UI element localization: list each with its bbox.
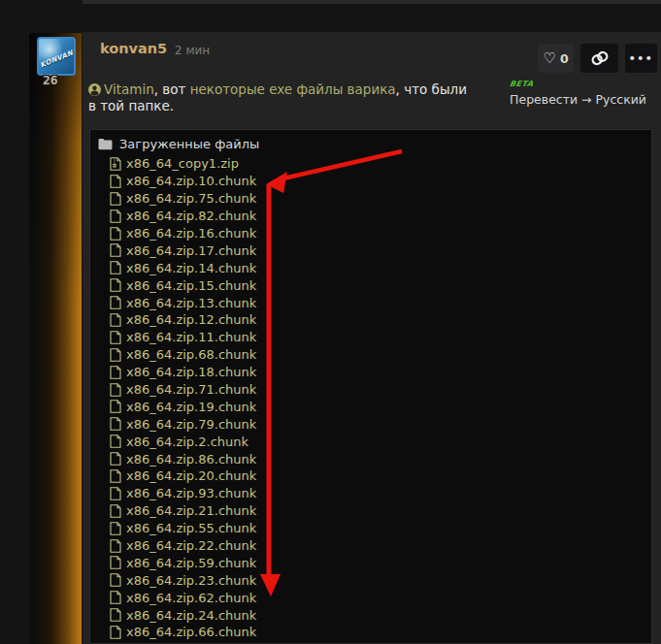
attachment-file-row[interactable]: x86_64.zip.75.chunk [110,190,651,208]
file-icon [110,278,121,292]
file-icon [110,175,121,188]
attachment-file-link[interactable]: x86_64.zip.62.chunk [126,591,256,605]
file-icon [110,400,121,413]
attachment-file-link[interactable]: x86_64.zip.24.chunk [126,608,256,623]
attachment-file-link[interactable]: x86_64.zip.23.chunk [126,573,256,588]
username-link[interactable]: konvan5 [100,41,167,56]
attachment-file-link[interactable]: x86_64.zip.71.chunk [126,382,256,397]
attachments-panel: Загруженные файлы x86_64_copy1.zip [89,129,652,644]
file-icon [110,313,121,327]
file-icon [110,539,121,553]
post-timestamp[interactable]: 2 мин [175,44,210,57]
avatar-label: KONVAN5 [37,46,76,70]
file-icon [110,487,121,500]
attachment-file-link[interactable]: x86_64.zip.79.chunk [126,417,256,432]
attachment-file-row[interactable]: x86_64.zip.23.chunk [110,571,651,589]
attachment-file-link[interactable]: x86_64.zip.82.chunk [126,209,256,223]
file-icon [110,261,121,274]
attachment-file-link[interactable]: x86_64.zip.19.chunk [126,400,256,414]
beta-badge: BETA [509,80,646,88]
attachment-file-row[interactable]: x86_64.zip.82.chunk [110,208,651,225]
body-text-tail1: , что были [396,81,467,97]
mention-user-icon [88,83,101,96]
file-icon [110,608,121,622]
mention-link[interactable]: Vitamin [104,81,154,97]
attachment-file-link[interactable]: x86_64.zip.14.chunk [126,261,256,275]
file-icon [110,556,121,569]
post-body: Vitamin, вот некоторые exe файлы варика,… [88,81,535,113]
attachment-file-link[interactable]: x86_64_copy1.zip [126,156,239,171]
file-icon [110,504,121,518]
attachment-file-link[interactable]: x86_64.zip.18.chunk [126,365,256,379]
attachment-file-link[interactable]: x86_64.zip.20.chunk [126,468,256,483]
attachment-file-link[interactable]: x86_64.zip.15.chunk [126,278,256,293]
attachment-file-link[interactable]: x86_64.zip.12.chunk [126,312,256,327]
attachments-header: Загруженные файлы [90,130,651,155]
attachment-file-row[interactable]: x86_64.zip.66.chunk [110,624,651,641]
ellipsis-icon: ••• [629,52,654,65]
attachment-file-link[interactable]: x86_64.zip.86.chunk [126,452,256,467]
attachment-file-link[interactable]: x86_64.zip.22.chunk [126,538,256,553]
attachment-file-row[interactable]: x86_64.zip.18.chunk [110,364,651,381]
attachment-file-link[interactable]: x86_64.zip.16.chunk [126,226,256,241]
file-icon [110,227,121,241]
attachment-file-row[interactable]: x86_64.zip.59.chunk [110,554,651,571]
attachment-file-row[interactable]: x86_64.zip.71.chunk [110,381,651,399]
file-icon [110,192,121,206]
attachments-header-label: Загруженные файлы [119,137,259,151]
avatar[interactable]: KONVAN5 [37,37,76,76]
attachment-file-row[interactable]: x86_64.zip.22.chunk [110,537,651,555]
attachment-file-row[interactable]: x86_64.zip.55.chunk [110,520,651,537]
attachment-file-link[interactable]: x86_64.zip.21.chunk [126,503,256,518]
permalink-button[interactable] [580,44,618,73]
attachment-file-link[interactable]: x86_64.zip.93.chunk [126,486,256,500]
attachment-file-link[interactable]: x86_64.zip.11.chunk [126,330,256,344]
file-icon [110,522,121,535]
attachment-file-row[interactable]: x86_64.zip.14.chunk [110,259,651,276]
attachment-file-link[interactable]: x86_64.zip.68.chunk [126,347,256,362]
attachment-file-row[interactable]: x86_64.zip.15.chunk [110,276,651,294]
like-count: 0 [560,51,569,66]
attachment-file-row[interactable]: x86_64.zip.24.chunk [110,606,651,624]
attachment-file-link[interactable]: x86_64.zip.17.chunk [126,243,256,258]
attachment-file-row[interactable]: x86_64.zip.2.chunk [110,433,651,450]
more-options-button[interactable]: ••• [625,44,657,73]
attachment-file-row[interactable]: x86_64.zip.93.chunk [110,485,651,502]
attachment-file-row[interactable]: x86_64.zip.62.chunk [110,589,651,606]
attachment-file-link[interactable]: x86_64.zip.55.chunk [126,521,256,535]
attachment-file-link[interactable]: x86_64.zip.75.chunk [126,191,256,206]
translate-label: Перевести → Русский [510,92,646,107]
file-icon [110,573,121,587]
file-icon [110,243,121,257]
attachment-file-link[interactable]: x86_64.zip.10.chunk [126,174,256,188]
attachment-file-link[interactable]: x86_64.zip.59.chunk [126,556,256,570]
attachment-file-row[interactable]: x86_64.zip.68.chunk [110,346,651,364]
attachment-file-row[interactable]: x86_64.zip.21.chunk [110,502,651,520]
forum-page: KONVAN5 26 konvan5 2 мин ♡ 0 ••• [0,0,661,644]
attachment-file-row[interactable]: x86_64.zip.79.chunk [110,415,651,433]
file-icon [110,383,121,397]
attachment-file-row[interactable]: x86_64.zip.17.chunk [110,242,651,259]
attachment-file-link[interactable]: x86_64.zip.13.chunk [126,296,256,310]
post-block: konvan5 2 мин ♡ 0 ••• Vitamin, во [83,32,661,644]
user-level-badge: 26 [43,73,70,87]
attachment-file-row[interactable]: x86_64_copy1.zip [110,155,651,173]
attachment-file-link[interactable]: x86_64.zip.2.chunk [126,435,248,449]
body-inline-link[interactable]: некоторые exe файлы варика [190,81,396,97]
like-button[interactable]: ♡ 0 [538,44,574,73]
attachment-file-row[interactable]: x86_64.zip.12.chunk [110,311,651,329]
translate-widget[interactable]: BETA Перевести → Русский [510,80,646,108]
attachment-file-row[interactable]: x86_64.zip.13.chunk [110,294,651,311]
attachment-file-row[interactable]: x86_64.zip.19.chunk [110,398,651,415]
file-icon [110,417,121,431]
attachment-file-row[interactable]: x86_64.zip.20.chunk [110,467,651,485]
attachment-file-row[interactable]: x86_64.zip.16.chunk [110,225,651,242]
attachment-file-link[interactable]: x86_64.zip.66.chunk [126,625,256,639]
body-text-tail2: в той папке. [88,98,174,113]
file-icon [110,348,121,362]
heart-icon: ♡ [543,51,555,66]
attachment-file-row[interactable]: x86_64.zip.86.chunk [110,450,651,467]
attachment-file-row[interactable]: x86_64.zip.11.chunk [110,329,651,346]
chain-link-icon [590,49,610,67]
attachment-file-row[interactable]: x86_64.zip.10.chunk [110,173,651,190]
